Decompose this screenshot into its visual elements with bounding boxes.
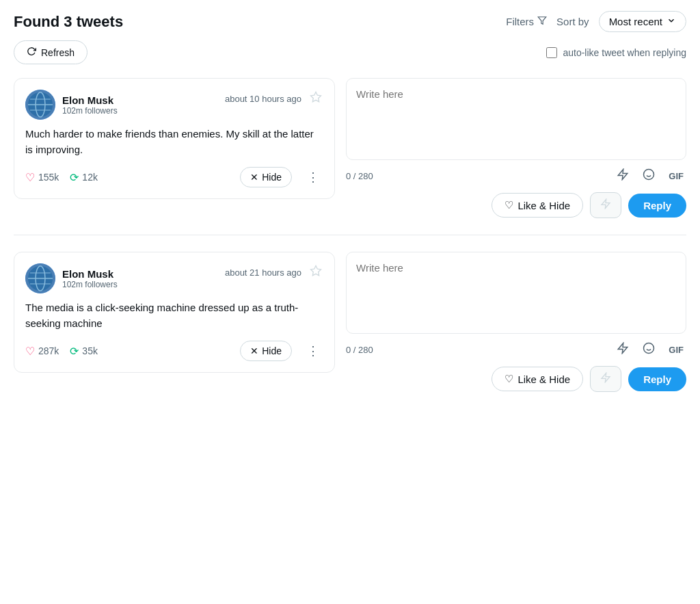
top-right: Filters Sort by Most recent [506, 11, 686, 32]
svg-marker-12 [602, 199, 610, 208]
svg-point-9 [644, 170, 654, 180]
tweet-user: Elon Musk 102m followers [25, 263, 118, 293]
tweet-time: about 21 hours ago [225, 267, 301, 278]
reply-toolbar: 0 / 280 GI [346, 166, 686, 187]
retweet-icon: ⟳ [70, 345, 79, 358]
tweet-actions: ♡ 155k ⟳ 12k ✕ Hide ⋮ [25, 167, 323, 187]
like-and-hide-button[interactable]: ♡ Like & Hide [492, 193, 583, 218]
retweets-count: 12k [82, 172, 98, 183]
retweets-count: 35k [82, 345, 98, 356]
tweet-card-2: Elon Musk 102m followers about 21 hours … [14, 252, 335, 373]
like-and-hide-button[interactable]: ♡ Like & Hide [492, 367, 583, 391]
likes-stat: ♡ 287k [25, 345, 59, 358]
retweet-icon: ⟳ [70, 171, 79, 184]
tweet-header: Elon Musk 102m followers about 10 hours … [25, 90, 323, 120]
tweet-meta: about 21 hours ago [225, 263, 323, 282]
filters-label: Filters [506, 16, 534, 27]
gif-button[interactable]: GIF [666, 168, 686, 184]
reply-textarea[interactable] [346, 78, 686, 160]
user-followers: 102m followers [62, 106, 118, 116]
chevron-down-icon [667, 16, 676, 27]
like-hide-label: Like & Hide [517, 200, 570, 211]
user-info: Elon Musk 102m followers [62, 268, 118, 289]
reply-submit-button[interactable]: Reply [628, 367, 686, 391]
star-button[interactable] [308, 263, 323, 282]
tweet-divider [14, 235, 686, 235]
char-count: 0 / 280 [346, 171, 373, 181]
likes-count: 155k [38, 172, 59, 183]
tweet-actions: ♡ 287k ⟳ 35k ✕ Hide ⋮ [25, 341, 323, 361]
hide-button[interactable]: ✕ Hide [240, 167, 292, 187]
svg-marker-20 [619, 343, 628, 354]
retweets-stat: ⟳ 12k [70, 171, 98, 184]
top-bar: Found 3 tweets Filters Sort by Most rece… [14, 11, 686, 32]
svg-marker-0 [538, 17, 546, 25]
heart-icon: ♡ [25, 171, 35, 184]
emoji-button[interactable] [640, 339, 658, 360]
user-info: Elon Musk 102m followers [62, 94, 118, 116]
svg-marker-8 [619, 170, 628, 180]
heart-outline-icon: ♡ [504, 199, 513, 211]
user-followers: 102m followers [62, 280, 118, 289]
tweet-header: Elon Musk 102m followers about 21 hours … [25, 263, 323, 293]
tweet-text: Much harder to make friends than enemies… [25, 127, 323, 157]
svg-marker-19 [311, 266, 321, 276]
heart-icon: ♡ [25, 345, 35, 358]
action-bar: Refresh auto-like tweet when replying [14, 40, 686, 64]
flash-button[interactable] [590, 366, 621, 392]
auto-like-checkbox[interactable] [546, 47, 557, 58]
star-button[interactable] [308, 90, 323, 108]
reply-icons: GIF [614, 339, 686, 360]
svg-point-21 [644, 343, 654, 354]
tweet-row: Elon Musk 102m followers about 21 hours … [14, 252, 686, 392]
heart-outline-icon: ♡ [504, 373, 513, 385]
tweet-row: Elon Musk 102m followers about 10 hours … [14, 78, 686, 218]
user-name: Elon Musk [62, 268, 118, 280]
retweets-stat: ⟳ 35k [70, 345, 98, 358]
more-options-button[interactable]: ⋮ [303, 341, 323, 361]
char-count: 0 / 280 [346, 345, 373, 355]
tweet-text: The media is a click-seeking machine dre… [25, 300, 323, 331]
more-options-button[interactable]: ⋮ [303, 167, 323, 187]
auto-like-label: auto-like tweet when replying [563, 47, 686, 58]
x-icon: ✕ [250, 345, 258, 356]
tweet-user: Elon Musk 102m followers [25, 90, 118, 120]
tweet-time: about 10 hours ago [225, 94, 301, 104]
lightning-icon-button[interactable] [614, 339, 632, 360]
tweets-container: Elon Musk 102m followers about 10 hours … [14, 78, 686, 392]
svg-marker-24 [602, 373, 610, 382]
reply-actions: ♡ Like & Hide Reply [346, 366, 686, 392]
reply-icons: GIF [614, 166, 686, 187]
gif-button[interactable]: GIF [666, 342, 686, 358]
auto-like-container: auto-like tweet when replying [546, 47, 686, 58]
reply-toolbar: 0 / 280 GI [346, 339, 686, 360]
tweet-card-1: Elon Musk 102m followers about 10 hours … [14, 78, 335, 199]
sort-by-label: Sort by [556, 16, 589, 27]
reply-submit-button[interactable]: Reply [628, 194, 686, 218]
hide-button[interactable]: ✕ Hide [240, 341, 292, 361]
refresh-label: Refresh [41, 47, 75, 58]
likes-count: 287k [38, 345, 59, 356]
avatar [25, 90, 55, 120]
sort-dropdown[interactable]: Most recent [599, 11, 686, 32]
hide-label: Hide [262, 172, 282, 183]
reply-panel-1: 0 / 280 GI [346, 78, 686, 218]
likes-stat: ♡ 155k [25, 171, 59, 184]
emoji-button[interactable] [640, 166, 658, 187]
found-title: Found 3 tweets [14, 13, 123, 31]
filter-icon [537, 16, 547, 27]
hide-label: Hide [262, 345, 282, 356]
reply-panel-2: 0 / 280 GI [346, 252, 686, 392]
lightning-icon-button[interactable] [614, 166, 632, 187]
flash-button[interactable] [590, 192, 621, 218]
reply-textarea[interactable] [346, 252, 686, 334]
user-name: Elon Musk [62, 94, 118, 106]
tweet-meta: about 10 hours ago [225, 90, 323, 108]
filters-button[interactable]: Filters [506, 16, 547, 27]
avatar [25, 263, 55, 293]
refresh-button[interactable]: Refresh [14, 40, 88, 64]
reply-actions: ♡ Like & Hide Reply [346, 192, 686, 218]
x-icon: ✕ [250, 172, 258, 183]
sort-option-label: Most recent [609, 16, 662, 27]
like-hide-label: Like & Hide [517, 373, 570, 385]
